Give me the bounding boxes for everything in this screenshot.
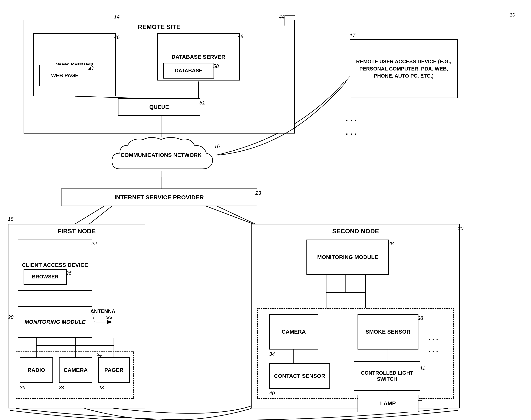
monitoring-module-1-label: MONITORING MODULE bbox=[25, 319, 86, 325]
dots-second-node: . . . bbox=[428, 334, 438, 342]
isp-label: INTERNET SERVICE PROVIDER bbox=[114, 194, 204, 201]
light-switch-refnum: 41 bbox=[420, 365, 425, 371]
radio-box: RADIO bbox=[20, 357, 53, 383]
light-switch-label: CONTROLLED LIGHT SWITCH bbox=[354, 370, 420, 382]
second-node-label: SECOND NODE bbox=[332, 227, 379, 235]
remote-user-box: REMOTE USER ACCESS DEVICE (E.G., PERSONA… bbox=[350, 39, 458, 98]
web-page-box: WEB PAGE bbox=[39, 65, 90, 86]
comms-network-refnum: 16 bbox=[214, 143, 220, 150]
client-access-label: CLIENT ACCESS DEVICE bbox=[22, 262, 88, 269]
isp-refnum: 23 bbox=[255, 190, 261, 196]
camera-1-label: CAMERA bbox=[64, 367, 88, 374]
database-box: DATABASE bbox=[163, 63, 214, 78]
antenna-label: ANTENNA bbox=[90, 308, 115, 314]
comms-network-label: COMMUNICATIONS NETWORK bbox=[120, 152, 202, 158]
figure-number: 10 bbox=[510, 12, 515, 18]
web-page-label: WEB PAGE bbox=[51, 73, 78, 78]
web-server-refnum: 46 bbox=[114, 34, 120, 40]
ref-32: 32 bbox=[161, 418, 167, 420]
db-server-label: DATABASE SERVER bbox=[172, 54, 225, 60]
pager-refnum: 43 bbox=[98, 384, 104, 390]
smoke-sensor-refnum: 38 bbox=[418, 315, 423, 321]
monitoring-module-2-box: MONITORING MODULE bbox=[306, 240, 389, 275]
svg-line-24 bbox=[345, 76, 350, 82]
comms-network-cloud: COMMUNICATIONS NETWORK bbox=[104, 134, 218, 177]
light-switch-box: CONTROLLED LIGHT SWITCH bbox=[354, 361, 421, 391]
second-node-refnum: 20 bbox=[458, 225, 463, 231]
database-label: DATABASE bbox=[175, 68, 203, 74]
camera-2-label: CAMERA bbox=[282, 329, 306, 335]
browser-label: BROWSER bbox=[32, 274, 59, 280]
camera-2-refnum: 34 bbox=[269, 351, 275, 357]
database-refnum: 58 bbox=[213, 63, 219, 69]
first-node-refnum: 18 bbox=[8, 216, 14, 222]
radio-label: RADIO bbox=[28, 367, 45, 374]
contact-sensor-box: CONTACT SENSOR bbox=[269, 363, 330, 389]
camera-1-refnum: 34 bbox=[59, 384, 65, 390]
queue-box: QUEUE bbox=[118, 98, 200, 116]
radio-refnum: 36 bbox=[20, 384, 25, 390]
web-page-refnum: 47 bbox=[88, 66, 94, 72]
queue-label: QUEUE bbox=[149, 104, 169, 110]
remote-site-label: REMOTE SITE bbox=[138, 23, 181, 31]
monitoring-module-2-refnum: 28 bbox=[388, 240, 394, 247]
smoke-sensor-label: SMOKE SENSOR bbox=[366, 329, 411, 335]
pager-label: PAGER bbox=[104, 367, 124, 374]
isp-box: INTERNET SERVICE PROVIDER bbox=[61, 189, 257, 206]
queue-refnum: 51 bbox=[199, 100, 205, 106]
ref-44: 44 bbox=[279, 14, 285, 20]
browser-refnum: 26 bbox=[66, 270, 72, 276]
dots-top: . . . bbox=[346, 114, 357, 123]
remote-site-refnum: 14 bbox=[114, 14, 120, 20]
camera-2-box: CAMERA bbox=[269, 314, 318, 349]
lamp-refnum: 42 bbox=[418, 397, 424, 403]
dots-second-node-2: . . . bbox=[428, 345, 438, 354]
pager-box: PAGER bbox=[98, 357, 130, 383]
contact-sensor-label: CONTACT SENSOR bbox=[274, 373, 325, 379]
monitoring-module-1-refnum: 28 bbox=[8, 314, 14, 320]
browser-box: BROWSER bbox=[24, 269, 67, 285]
lamp-box: LAMP bbox=[358, 395, 419, 412]
db-server-refnum: 48 bbox=[238, 33, 243, 39]
diagram: 10 REMOTE SITE 14 WEB SERVER 46 WEB PAGE… bbox=[0, 0, 531, 420]
pager-symbol: ✳ bbox=[96, 351, 102, 360]
lamp-label: LAMP bbox=[380, 400, 396, 407]
remote-user-refnum: 17 bbox=[350, 32, 355, 39]
dots-bottom: . . . bbox=[346, 128, 357, 136]
camera-1-box: CAMERA bbox=[59, 357, 92, 383]
remote-user-label: REMOTE USER ACCESS DEVICE (E.G., PERSONA… bbox=[350, 58, 457, 79]
first-node-label: FIRST NODE bbox=[58, 227, 96, 235]
contact-sensor-refnum: 40 bbox=[269, 390, 275, 396]
monitoring-module-2-label: MONITORING MODULE bbox=[317, 254, 378, 261]
client-access-refnum: 22 bbox=[91, 240, 97, 247]
monitoring-module-1-box: MONITORING MODULE bbox=[18, 306, 92, 338]
smoke-sensor-box: SMOKE SENSOR bbox=[358, 314, 419, 349]
